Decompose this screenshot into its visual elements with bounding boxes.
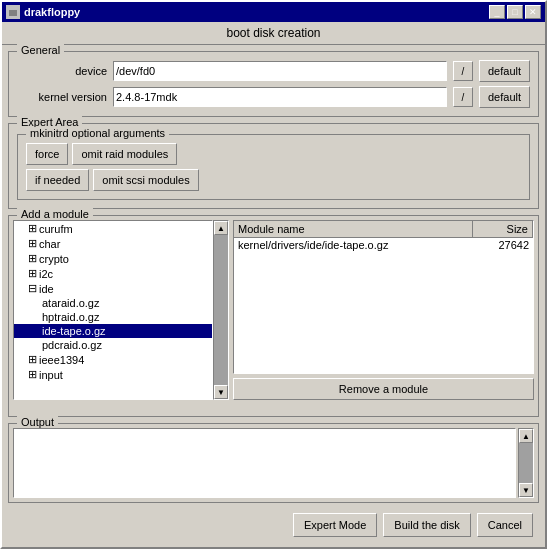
expand-icon: ⊟ (28, 282, 37, 295)
expand-icon: ⊞ (28, 237, 37, 250)
list-item[interactable]: ⊞ i2c (14, 266, 212, 281)
svg-rect-1 (9, 10, 17, 16)
window-content: General device / default kernel version … (2, 45, 545, 547)
expert-mode-button[interactable]: Expert Mode (293, 513, 377, 537)
module-content: ⊞ curufm ⊞ char ⊞ crypto (13, 220, 534, 400)
svg-rect-2 (11, 8, 15, 10)
add-module-group: Add a module ⊞ curufm ⊞ char (8, 215, 539, 417)
force-button[interactable]: force (26, 143, 68, 165)
list-item[interactable]: ⊞ ieee1394 (14, 352, 212, 367)
output-inner: ▲ ▼ (13, 428, 534, 498)
expert-area: Expert Area mkinitrd optional arguments … (8, 123, 539, 209)
module-size-cell: 27642 (469, 239, 529, 251)
device-row: device / default (17, 60, 530, 82)
list-item[interactable]: ⊞ curufm (14, 221, 212, 236)
device-label: device (17, 65, 107, 77)
close-button[interactable]: ✕ (525, 5, 541, 19)
item-label: input (39, 369, 63, 381)
item-label: curufm (39, 223, 73, 235)
tree-section: ⊞ curufm ⊞ char ⊞ crypto (13, 220, 229, 400)
expand-icon: ⊞ (28, 252, 37, 265)
item-label: ataraid.o.gz (42, 297, 99, 309)
list-item[interactable]: ⊞ crypto (14, 251, 212, 266)
list-item[interactable]: ⊞ char (14, 236, 212, 251)
item-label: ide-tape.o.gz (42, 325, 106, 337)
build-disk-button[interactable]: Build the disk (383, 513, 470, 537)
omit-scsi-button[interactable]: omit scsi modules (93, 169, 198, 191)
expand-icon: ⊞ (28, 368, 37, 381)
subtitle-bar: boot disk creation (2, 22, 545, 45)
window-icon (6, 5, 20, 19)
module-table: Module name Size kernel/drivers/ide/ide-… (233, 220, 534, 374)
tree-panel[interactable]: ⊞ curufm ⊞ char ⊞ crypto (13, 220, 213, 400)
list-item[interactable]: ataraid.o.gz (14, 296, 212, 310)
table-body: kernel/drivers/ide/ide-tape.o.gz 27642 (234, 238, 533, 252)
item-label: char (39, 238, 60, 250)
output-scrollbar[interactable]: ▲ ▼ (518, 428, 534, 498)
list-item[interactable]: ⊞ input (14, 367, 212, 382)
col-header-size: Size (473, 221, 533, 237)
window-title: drakfloppy (24, 6, 485, 18)
title-bar-buttons: _ □ ✕ (489, 5, 541, 19)
device-default-button[interactable]: default (479, 60, 530, 82)
list-item[interactable]: hptraid.o.gz (14, 310, 212, 324)
subtitle-text: boot disk creation (226, 26, 320, 40)
kernel-input[interactable] (113, 87, 447, 107)
expand-icon: ⊞ (28, 267, 37, 280)
output-text (13, 428, 516, 498)
main-window: drakfloppy _ □ ✕ boot disk creation Gene… (0, 0, 547, 549)
mkinitrd-bottom-buttons: if needed omit scsi modules (26, 169, 521, 191)
device-input[interactable] (113, 61, 447, 81)
general-group: General device / default kernel version … (8, 51, 539, 117)
list-item[interactable]: ⊟ ide (14, 281, 212, 296)
output-scroll-track (519, 443, 533, 483)
tree-scroll[interactable]: ⊞ curufm ⊞ char ⊞ crypto (14, 221, 212, 399)
scroll-up-arrow[interactable]: ▲ (214, 221, 228, 235)
general-label: General (17, 44, 64, 56)
item-label: ieee1394 (39, 354, 84, 366)
module-name-cell: kernel/drivers/ide/ide-tape.o.gz (238, 239, 469, 251)
expand-icon: ⊞ (28, 353, 37, 366)
kernel-label: kernel version (17, 91, 107, 103)
device-slash-btn[interactable]: / (453, 61, 473, 81)
col-header-name: Module name (234, 221, 473, 237)
item-label: pdcraid.o.gz (42, 339, 102, 351)
list-item[interactable]: ide-tape.o.gz (14, 324, 212, 338)
item-label: ide (39, 283, 54, 295)
mkinitrd-group: mkinitrd optional arguments force omit r… (17, 134, 530, 200)
mkinitrd-top-buttons: force omit raid modules (26, 143, 521, 165)
output-scroll-up[interactable]: ▲ (519, 429, 533, 443)
cancel-button[interactable]: Cancel (477, 513, 533, 537)
minimize-button[interactable]: _ (489, 5, 505, 19)
expand-icon: ⊞ (28, 222, 37, 235)
omit-raid-button[interactable]: omit raid modules (72, 143, 177, 165)
output-scroll-down[interactable]: ▼ (519, 483, 533, 497)
scroll-track (214, 235, 228, 385)
title-bar: drakfloppy _ □ ✕ (2, 2, 545, 22)
maximize-button[interactable]: □ (507, 5, 523, 19)
mkinitrd-label: mkinitrd optional arguments (26, 127, 169, 139)
kernel-row: kernel version / default (17, 86, 530, 108)
kernel-slash-btn[interactable]: / (453, 87, 473, 107)
table-header: Module name Size (234, 221, 533, 238)
remove-row: Remove a module (233, 378, 534, 400)
output-label: Output (17, 416, 58, 428)
add-module-label: Add a module (17, 208, 93, 220)
item-label: hptraid.o.gz (42, 311, 99, 323)
remove-module-button[interactable]: Remove a module (233, 378, 534, 400)
table-row[interactable]: kernel/drivers/ide/ide-tape.o.gz 27642 (234, 238, 533, 252)
item-label: i2c (39, 268, 53, 280)
tree-scrollbar[interactable]: ▲ ▼ (213, 220, 229, 400)
if-needed-button[interactable]: if needed (26, 169, 89, 191)
bottom-buttons: Expert Mode Build the disk Cancel (8, 509, 539, 541)
list-item[interactable]: pdcraid.o.gz (14, 338, 212, 352)
scroll-down-arrow[interactable]: ▼ (214, 385, 228, 399)
item-label: crypto (39, 253, 69, 265)
module-right: Module name Size kernel/drivers/ide/ide-… (233, 220, 534, 400)
kernel-default-button[interactable]: default (479, 86, 530, 108)
output-group: Output ▲ ▼ (8, 423, 539, 503)
